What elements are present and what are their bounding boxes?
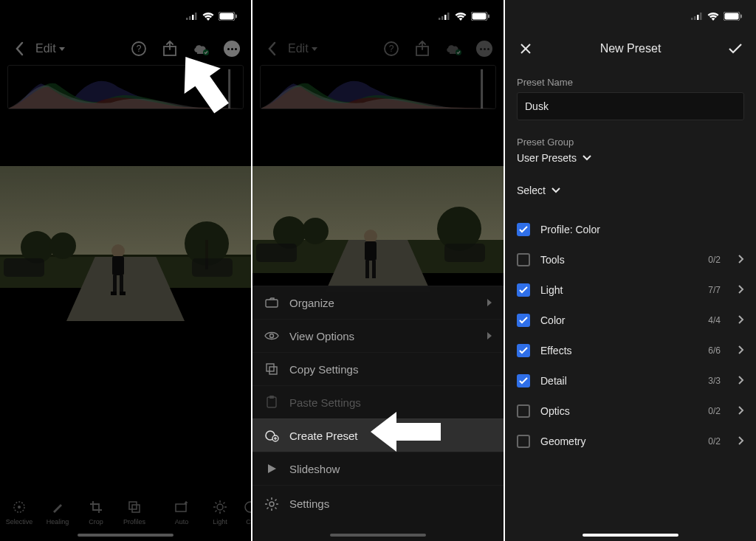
chevron-down-icon <box>583 155 591 161</box>
wifi-icon <box>707 12 719 21</box>
checkbox[interactable] <box>517 344 530 357</box>
menu-view-options[interactable]: View Options <box>252 319 504 352</box>
photo-preview[interactable] <box>0 166 251 321</box>
caret-down-icon <box>312 47 317 51</box>
preset-options-list: Profile: ColorTools0/2Light7/7Color4/4Ef… <box>517 214 744 456</box>
more-button[interactable] <box>475 40 493 58</box>
checkbox[interactable] <box>517 283 530 297</box>
svg-rect-25 <box>120 275 123 293</box>
screenshot-2: Edit ? <box>252 0 504 541</box>
tool-healing[interactable]: Healing <box>38 499 77 526</box>
mode-dropdown[interactable]: Edit <box>288 42 317 55</box>
svg-point-64 <box>364 230 377 243</box>
cloud-sync-button[interactable] <box>444 40 462 58</box>
screenshot-3: New Preset Preset Name Preset Group User… <box>505 0 756 541</box>
svg-rect-65 <box>365 241 377 261</box>
svg-rect-67 <box>372 261 376 278</box>
svg-rect-26 <box>111 292 117 295</box>
option-label: Detail <box>540 375 698 387</box>
checkbox[interactable] <box>517 253 530 266</box>
play-icon <box>264 461 279 476</box>
svg-line-87 <box>267 507 269 509</box>
screenshot-1: Edit ? <box>0 0 251 541</box>
svg-rect-50 <box>488 15 489 18</box>
preset-option-row[interactable]: Tools0/2 <box>517 244 744 275</box>
tool-light[interactable]: Light <box>201 499 239 526</box>
home-indicator <box>78 534 173 537</box>
svg-text:?: ? <box>389 44 394 54</box>
confirm-button[interactable] <box>726 40 744 58</box>
svg-line-85 <box>275 507 277 509</box>
mode-dropdown[interactable]: Edit <box>35 42 65 55</box>
photo-preview[interactable] <box>252 166 504 292</box>
cellular-icon <box>439 13 450 20</box>
tool-crop[interactable]: Crop <box>77 499 115 526</box>
svg-rect-21 <box>192 258 233 277</box>
tool-profiles[interactable]: Profiles <box>115 499 154 526</box>
checkbox[interactable] <box>517 374 530 387</box>
svg-line-38 <box>216 503 217 504</box>
svg-line-86 <box>275 499 277 500</box>
svg-rect-3 <box>195 13 197 20</box>
organize-icon <box>264 295 279 310</box>
tool-auto[interactable]: Auto <box>162 499 201 526</box>
checkbox[interactable] <box>517 404 530 418</box>
svg-rect-2 <box>192 15 194 20</box>
svg-point-29 <box>18 506 21 509</box>
preset-name-input[interactable] <box>517 92 744 120</box>
svg-rect-68 <box>266 300 278 307</box>
svg-rect-66 <box>365 261 369 278</box>
preset-group-dropdown[interactable]: User Presets <box>517 152 744 164</box>
svg-rect-47 <box>447 13 450 20</box>
preset-option-row[interactable]: Light7/7 <box>517 275 744 305</box>
svg-rect-23 <box>112 256 124 275</box>
svg-point-17 <box>49 232 76 259</box>
share-button[interactable] <box>413 40 431 58</box>
svg-rect-71 <box>269 367 277 374</box>
preset-name-label: Preset Name <box>517 77 744 88</box>
battery-icon <box>724 12 743 21</box>
close-button[interactable] <box>517 40 535 58</box>
checkbox[interactable] <box>517 223 530 236</box>
preset-option-row[interactable]: Optics0/2 <box>517 396 744 426</box>
menu-settings[interactable]: Settings <box>252 485 504 522</box>
tool-color[interactable]: Co <box>239 499 251 526</box>
wifi-icon <box>455 12 467 21</box>
preset-option-row[interactable]: Geometry0/2 <box>517 426 744 456</box>
preset-option-row[interactable]: Profile: Color <box>517 214 744 244</box>
option-label: Profile: Color <box>540 224 744 235</box>
option-label: Light <box>540 284 698 296</box>
help-button[interactable]: ? <box>382 40 400 58</box>
option-label: Tools <box>540 254 698 266</box>
select-dropdown[interactable]: Select <box>517 185 744 196</box>
annotation-arrow <box>170 50 244 124</box>
svg-rect-44 <box>439 18 441 20</box>
tool-selective[interactable]: Selective <box>0 499 38 526</box>
battery-icon <box>471 12 490 21</box>
back-button[interactable] <box>10 40 28 58</box>
option-count: 6/6 <box>708 345 721 356</box>
home-indicator <box>330 534 426 537</box>
checkbox[interactable] <box>517 435 530 448</box>
option-count: 7/7 <box>708 285 721 295</box>
svg-point-22 <box>111 244 125 258</box>
preset-option-row[interactable]: Color4/4 <box>517 305 744 335</box>
help-button[interactable]: ? <box>130 40 148 58</box>
caret-down-icon <box>59 47 65 51</box>
back-button[interactable] <box>263 40 281 58</box>
checkbox[interactable] <box>517 314 530 327</box>
chevron-right-icon <box>738 435 744 447</box>
cellular-icon <box>186 13 198 20</box>
chevron-right-icon <box>738 314 744 326</box>
menu-copy-settings[interactable]: Copy Settings <box>252 352 504 385</box>
menu-organize[interactable]: Organize <box>252 286 504 319</box>
modal-body: Preset Name Preset Group User Presets Se… <box>505 74 756 541</box>
svg-rect-32 <box>176 504 186 511</box>
preset-option-row[interactable]: Effects6/6 <box>517 335 744 365</box>
svg-rect-45 <box>441 16 444 20</box>
option-count: 0/2 <box>708 255 721 265</box>
paste-icon <box>264 395 279 410</box>
more-icon <box>476 41 492 57</box>
battery-icon <box>219 12 238 21</box>
preset-option-row[interactable]: Detail3/3 <box>517 365 744 396</box>
